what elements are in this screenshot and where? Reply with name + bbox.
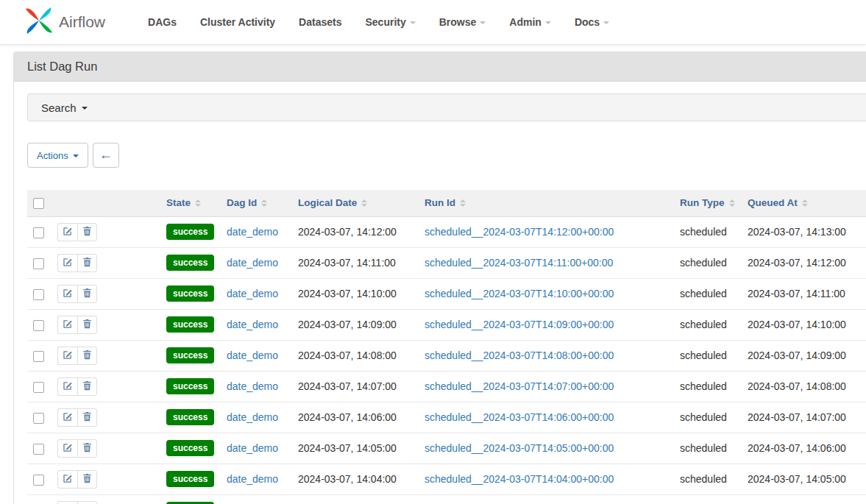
trash-icon xyxy=(82,226,92,238)
dag-id-link[interactable]: date_demo xyxy=(227,319,278,330)
dag-id-link[interactable]: date_demo xyxy=(227,257,278,269)
status-badge: success xyxy=(166,285,214,302)
edit-button[interactable] xyxy=(57,501,77,504)
run-id-link[interactable]: scheduled__2024-03-07T14:04:00+00:00 xyxy=(425,473,614,485)
nav-item-datasets[interactable]: Datasets xyxy=(287,0,353,44)
queued-at-value: 2024-03-07, 14:06:00 xyxy=(748,442,846,454)
pencil-square-icon xyxy=(63,473,73,486)
dag-id-link[interactable]: date_demo xyxy=(227,411,278,423)
column-header-dag-id[interactable]: Dag Id xyxy=(221,190,292,216)
column-header-run-type[interactable]: Run Type xyxy=(674,190,742,216)
column-header-run-id[interactable]: Run Id xyxy=(419,190,674,216)
dag-id-link[interactable]: date_demo xyxy=(227,288,278,299)
run-id-link[interactable]: scheduled__2024-03-07T14:06:00+00:00 xyxy=(425,411,614,423)
nav-item-docs[interactable]: Docs xyxy=(563,0,621,44)
edit-button[interactable] xyxy=(57,470,77,489)
delete-button[interactable] xyxy=(77,501,97,504)
caret-down-icon xyxy=(73,155,79,157)
row-checkbox[interactable] xyxy=(33,475,44,486)
column-header-state[interactable]: State xyxy=(160,190,221,216)
delete-button[interactable] xyxy=(77,439,97,458)
row-checkbox[interactable] xyxy=(33,320,44,331)
edit-button[interactable] xyxy=(57,408,77,427)
trash-icon xyxy=(82,349,92,362)
airflow-brand[interactable]: Airflow xyxy=(24,6,105,38)
edit-button[interactable] xyxy=(57,223,77,241)
back-button[interactable]: ← xyxy=(93,143,119,168)
nav-item-security[interactable]: Security xyxy=(353,0,427,44)
nav-item-admin[interactable]: Admin xyxy=(497,0,563,44)
delete-button[interactable] xyxy=(77,254,97,272)
delete-button[interactable] xyxy=(77,316,97,334)
table-row: success date_demo 2024-03-07, 14:07:00 s… xyxy=(27,371,866,402)
run-id-link[interactable]: scheduled__2024-03-07T14:05:00+00:00 xyxy=(425,442,614,454)
table-row: success date_demo 2024-03-07, 14:11:00 s… xyxy=(27,247,866,278)
run-id-link[interactable]: scheduled__2024-03-07T14:10:00+00:00 xyxy=(425,288,614,299)
list-dag-run-panel: List Dag Run Search Actions ← xyxy=(13,52,866,504)
row-checkbox[interactable] xyxy=(33,382,44,393)
run-type-value: scheduled xyxy=(680,288,727,299)
delete-button[interactable] xyxy=(77,223,97,241)
row-action-buttons xyxy=(57,501,97,504)
column-header-queued-at[interactable]: Queued At xyxy=(742,190,866,216)
row-checkbox[interactable] xyxy=(33,289,44,300)
nav-item-dags[interactable]: DAGs xyxy=(136,0,188,44)
edit-button[interactable] xyxy=(57,316,77,334)
status-badge: success xyxy=(166,409,214,425)
run-id-link[interactable]: scheduled__2024-03-07T14:08:00+00:00 xyxy=(425,349,614,361)
run-id-link[interactable]: scheduled__2024-03-07T14:12:00+00:00 xyxy=(425,226,614,238)
edit-button[interactable] xyxy=(57,254,77,272)
run-id-link[interactable]: scheduled__2024-03-07T14:07:00+00:00 xyxy=(425,380,614,392)
dag-id-link[interactable]: date_demo xyxy=(227,473,278,485)
caret-down-icon xyxy=(603,21,609,24)
table-row: success date_demo 2024-03-07, 14:06:00 s… xyxy=(27,402,866,433)
row-checkbox[interactable] xyxy=(33,413,44,424)
run-id-link[interactable]: scheduled__2024-03-07T14:11:00+00:00 xyxy=(425,257,613,269)
column-header-logical-date[interactable]: Logical Date xyxy=(292,190,419,216)
row-checkbox[interactable] xyxy=(33,351,44,362)
table-header: State Dag Id Logical Date Run Id Run Typ… xyxy=(27,190,866,216)
dag-id-link[interactable]: date_demo xyxy=(227,226,278,238)
logical-date-value: 2024-03-07, 14:06:00 xyxy=(298,411,397,423)
dag-id-link[interactable]: date_demo xyxy=(227,380,278,392)
row-action-buttons xyxy=(57,408,97,427)
logical-date-value: 2024-03-07, 14:07:00 xyxy=(298,380,397,392)
dag-id-link[interactable]: date_demo xyxy=(227,442,278,454)
dag-id-link[interactable]: date_demo xyxy=(227,349,278,361)
search-label: Search xyxy=(41,102,77,114)
delete-button[interactable] xyxy=(77,285,97,303)
row-checkbox[interactable] xyxy=(33,227,44,238)
table-row: success date_demo 2024-03-07, 14:09:00 s… xyxy=(27,309,866,340)
dag-run-table-body: success date_demo 2024-03-07, 14:12:00 s… xyxy=(27,216,866,504)
sort-icon xyxy=(195,199,201,207)
arrow-left-icon: ← xyxy=(99,147,113,163)
status-badge: success xyxy=(166,224,214,240)
pencil-square-icon xyxy=(63,380,73,393)
select-all-checkbox[interactable] xyxy=(33,198,44,209)
logical-date-value: 2024-03-07, 14:05:00 xyxy=(298,442,397,454)
search-accordion-toggle[interactable]: Search xyxy=(27,93,866,121)
nav-item-cluster-activity[interactable]: Cluster Activity xyxy=(188,0,287,44)
edit-button[interactable] xyxy=(57,377,77,396)
queued-at-value: 2024-03-07, 14:05:00 xyxy=(748,473,846,485)
delete-button[interactable] xyxy=(77,408,97,427)
status-badge: success xyxy=(166,440,214,456)
nav-item-browse[interactable]: Browse xyxy=(427,0,498,44)
pencil-square-icon xyxy=(63,288,73,300)
select-all-header xyxy=(27,190,52,216)
run-id-link[interactable]: scheduled__2024-03-07T14:09:00+00:00 xyxy=(425,319,614,330)
navbar: Airflow DAGs Cluster Activity Datasets S… xyxy=(0,0,866,45)
row-action-buttons xyxy=(57,377,97,396)
edit-button[interactable] xyxy=(57,347,77,365)
delete-button[interactable] xyxy=(77,377,97,396)
edit-button[interactable] xyxy=(57,439,77,458)
actions-button[interactable]: Actions xyxy=(27,143,88,168)
caret-down-icon xyxy=(545,21,551,24)
row-checkbox[interactable] xyxy=(33,444,44,455)
run-type-value: scheduled xyxy=(680,319,727,330)
delete-button[interactable] xyxy=(77,347,97,365)
row-checkbox[interactable] xyxy=(33,258,44,269)
delete-button[interactable] xyxy=(77,470,97,489)
edit-button[interactable] xyxy=(57,285,77,303)
dag-run-table: State Dag Id Logical Date Run Id Run Typ… xyxy=(27,190,866,504)
